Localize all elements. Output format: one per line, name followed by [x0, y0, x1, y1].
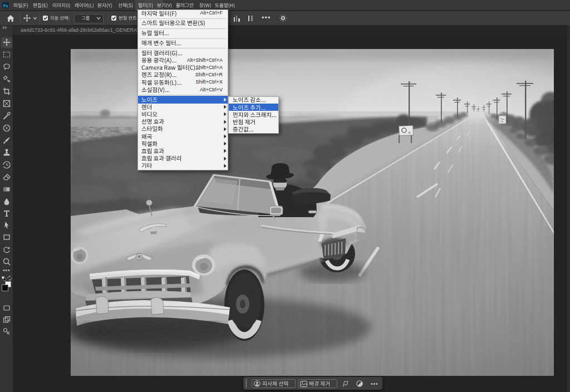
svg-text:Ps: Ps: [3, 4, 8, 8]
